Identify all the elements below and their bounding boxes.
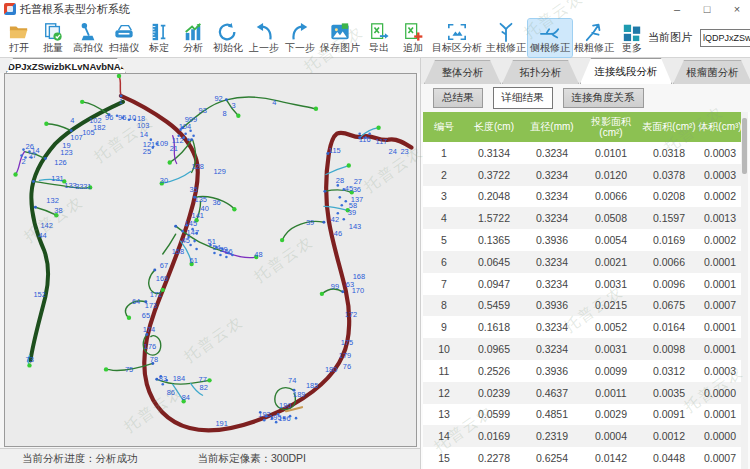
table-row[interactable]: 70.09470.32340.00310.00960.0001: [423, 273, 743, 295]
minimize-button[interactable]: –: [670, 3, 684, 15]
segment-number-label: 172: [345, 310, 357, 319]
segment-number-label: 123: [60, 148, 72, 157]
table-cell: 8: [423, 299, 465, 311]
toolbar-lateral-root-fix[interactable]: 侧根修正: [528, 19, 572, 57]
segment-number-label: 103: [137, 121, 149, 130]
total-result-button[interactable]: 总结果: [433, 88, 483, 108]
undo-arrow-icon: [253, 22, 275, 42]
toolbar-calibration[interactable]: 标定: [142, 19, 176, 57]
segment-number-label: 28: [336, 176, 344, 185]
table-row[interactable]: 10.31340.32340.01010.03180.0003: [423, 142, 743, 164]
segment-number-label: 86: [167, 388, 175, 397]
segment-number-label: 36: [212, 198, 220, 207]
current-image-label: 当前图片: [648, 30, 692, 45]
close-button[interactable]: ×: [730, 3, 744, 15]
segment-number-label: 74: [288, 376, 296, 385]
export-excel-icon: [368, 22, 390, 42]
table-cell: 0.3234: [523, 256, 581, 268]
table-row[interactable]: 20.37220.32340.01200.03780.0003: [423, 164, 743, 186]
table-cell: 0.0001: [697, 256, 743, 268]
save-image-icon: [329, 22, 351, 42]
toolbar-next-step[interactable]: 下一步: [282, 19, 318, 57]
segment-number-label: 179: [339, 351, 351, 360]
table-cell: 1.5722: [465, 212, 523, 224]
tab-topology-analysis[interactable]: 拓扑分析: [502, 60, 579, 84]
segment-number-label: 63: [346, 280, 354, 289]
table-cell: 0.0003: [697, 365, 743, 377]
segment-number-label: 83: [159, 374, 167, 383]
segment-number-label: 14: [140, 130, 148, 139]
current-image-dropdown[interactable]: lQDPJxZSwizbk: [700, 29, 750, 47]
segment-number-label: 104: [179, 122, 191, 131]
segment-number-label: 21: [170, 144, 178, 153]
tab-segment-analysis[interactable]: 连接线段分析: [580, 58, 672, 84]
segment-number-label: 145: [185, 219, 197, 228]
table-row[interactable]: 90.16180.32340.00520.01640.0001: [423, 316, 743, 338]
table-cell: 0.5459: [465, 299, 523, 311]
toolbar-export[interactable]: 导出: [362, 19, 396, 57]
toolbar-open[interactable]: 打开: [2, 19, 36, 57]
scrollbar-thumb[interactable]: [742, 118, 747, 174]
segment-number-label: 132: [46, 196, 58, 205]
table-cell: 0.0001: [697, 343, 743, 355]
segment-number-label: 48: [254, 250, 262, 259]
table-cell: 0.4851: [523, 408, 581, 420]
table-cell: 0.0508: [581, 212, 641, 224]
toolbar-target-area-analysis[interactable]: 目标区分析: [430, 19, 484, 57]
table-row[interactable]: 140.01690.23190.00040.00120.0000: [423, 425, 743, 447]
table-cell: 0.3234: [523, 147, 581, 159]
scanner-icon: [113, 22, 135, 42]
toolbar-main-root-fix[interactable]: 主根修正: [484, 19, 528, 57]
table-row[interactable]: 100.09650.32340.00310.00980.0001: [423, 338, 743, 360]
table-header: 编号 长度(cm) 直径(mm) 投影面积 (cm²) 表面积(cm²) 体积(…: [423, 112, 743, 142]
table-row[interactable]: 120.02390.46370.00110.00350.0000: [423, 382, 743, 404]
table-row[interactable]: 110.25260.39360.00990.03120.0003: [423, 360, 743, 382]
table-row[interactable]: 41.57220.32340.05080.15970.0013: [423, 207, 743, 229]
toolbar-doc-camera[interactable]: 高拍仪: [70, 19, 106, 57]
table-cell: 0.0169: [465, 430, 523, 442]
table-cell: 0.0021: [581, 256, 641, 268]
table-cell: 0.0965: [465, 343, 523, 355]
tab-rhizobium-analysis[interactable]: 根瘤菌分析: [673, 60, 750, 84]
table-cell: 7: [423, 278, 465, 290]
table-row[interactable]: 130.05990.48510.00290.00910.0001: [423, 404, 743, 426]
connection-angle-button[interactable]: 连接角度关系: [563, 88, 644, 108]
segment-number-label: 56: [224, 247, 232, 256]
segment-number-label: 128: [192, 162, 204, 171]
table-row[interactable]: 80.54590.39360.02150.06750.0007: [423, 295, 743, 317]
table-row[interactable]: 150.22780.62540.01420.04480.0007: [423, 447, 743, 469]
root-image-canvas[interactable]: 1969510189234938999104102418210510314109…: [4, 73, 417, 447]
toolbar-initialize[interactable]: 初始化: [210, 19, 246, 57]
toolbar-analysis[interactable]: 分析: [176, 19, 210, 57]
table-scrollbar[interactable]: [741, 112, 748, 469]
table-row[interactable]: 50.13650.39360.00540.01690.0002: [423, 229, 743, 251]
table-cell: 10: [423, 343, 465, 355]
table-cell: 0.0599: [465, 408, 523, 420]
toolbar-save-image[interactable]: 保存图片: [318, 19, 362, 57]
segment-number-label: 35: [190, 185, 198, 194]
tab-overall-analysis[interactable]: 整体分析: [424, 60, 501, 84]
document-tab[interactable]: lQDPJxZSwizbKLvNAvbNA4...: [6, 58, 126, 73]
target-area-icon: [446, 22, 468, 42]
maximize-button[interactable]: □: [700, 3, 714, 15]
table-row[interactable]: 30.20480.32340.00660.02080.0002: [423, 186, 743, 208]
table-row[interactable]: 60.06450.32340.00210.00660.0001: [423, 251, 743, 273]
segment-number-label: 64: [132, 297, 140, 306]
toolbar-previous-step[interactable]: 上一步: [246, 19, 282, 57]
toolbar-root-thickness-fix[interactable]: 根粗修正: [572, 19, 616, 57]
segment-number-label: 23: [400, 147, 408, 156]
toolbar-more[interactable]: 更多: [616, 19, 648, 57]
table-cell: 0.0675: [641, 299, 697, 311]
toolbar-append[interactable]: 追加: [396, 19, 430, 57]
segment-number-label: 116: [359, 135, 371, 144]
segment-number-label: 4: [70, 116, 74, 125]
detailed-result-button[interactable]: 详细结果: [493, 87, 553, 109]
toolbar-scanner[interactable]: 扫描仪: [106, 19, 142, 57]
table-cell: 0.0003: [697, 147, 743, 159]
table-cell: 0.0164: [641, 321, 697, 333]
segment-number-label: 126: [54, 158, 66, 167]
table-cell: 0.0004: [581, 430, 641, 442]
toolbar-batch[interactable]: 批量: [36, 19, 70, 57]
segment-number-label: 175: [341, 338, 353, 347]
segment-number-label: 45: [345, 184, 353, 193]
